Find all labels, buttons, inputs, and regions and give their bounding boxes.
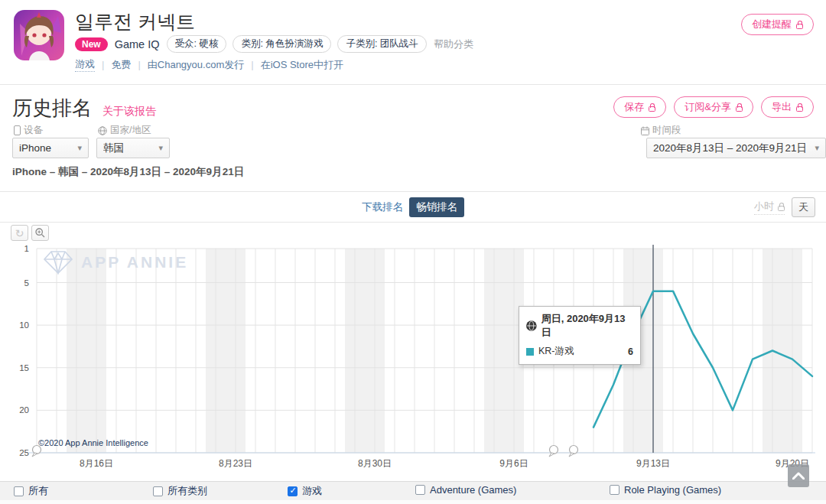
- checkbox-icon[interactable]: [288, 486, 298, 496]
- weekend-band: [67, 249, 106, 453]
- reset-icon: ↺: [15, 228, 24, 239]
- globe-dark-icon: [526, 320, 537, 331]
- create-alert-button[interactable]: 创建提醒: [741, 14, 814, 35]
- checkbox-icon[interactable]: [415, 485, 425, 495]
- series-filter-bar-next-row: [0, 500, 826, 504]
- device-label-text: 设备: [24, 124, 43, 137]
- filter-label: 游戏: [302, 484, 322, 498]
- divider: [0, 84, 826, 85]
- new-badge: New: [75, 37, 108, 51]
- category-pill: 子类别: 团队战斗: [337, 35, 426, 53]
- export-label: 导出: [772, 100, 792, 114]
- subscribe-share-button[interactable]: 订阅&分享: [674, 96, 753, 118]
- page-title: 일루전 커넥트: [75, 9, 195, 34]
- x-axis-tick-label: 8月23日: [219, 458, 252, 469]
- filter-checkbox-5[interactable]: Role Playing (Games): [610, 484, 721, 496]
- app-annie-history-rank-page: 일루전 커넥트 New Game IQ 受众: 硬核类别: 角色扮演游戏子类别:…: [0, 0, 826, 504]
- period-filter-label: 时间段: [641, 124, 681, 137]
- period-dropdown-value: 2020年8月13日 – 2020年9月21日: [653, 141, 808, 155]
- tab-download-rank[interactable]: 下载排名: [362, 200, 403, 214]
- help-classify-link[interactable]: 帮助分类: [434, 37, 473, 51]
- x-axis-tick-label: 8月30日: [358, 458, 392, 469]
- granularity-toggle: 小时 天: [754, 197, 815, 217]
- lock-icon: [736, 106, 743, 112]
- calendar-icon: [641, 126, 649, 135]
- weekend-band: [345, 249, 385, 453]
- tooltip-series-name: KR-游戏: [538, 345, 574, 358]
- y-axis-tick-label: 25: [19, 448, 29, 457]
- x-axis-tick-label: 8月16日: [80, 458, 113, 469]
- app-meta-links: 游戏|免费|由Changyou.com发行|在iOS Store中打开: [75, 57, 343, 72]
- y-axis-tick-label: 1: [24, 244, 29, 253]
- tooltip-series-row: KR-游戏 6: [526, 345, 633, 358]
- country-label-text: 国家/地区: [110, 124, 151, 137]
- lock-icon: [796, 106, 803, 112]
- device-filter-label: 设备: [14, 124, 43, 137]
- meta-link[interactable]: 游戏: [75, 57, 95, 72]
- filter-checkbox-4[interactable]: Adventure (Games): [415, 484, 516, 496]
- report-title: 历史排名: [12, 95, 92, 122]
- lock-icon: [796, 24, 803, 29]
- country-dropdown-value: 韩国: [103, 141, 152, 155]
- game-iq-label: Game IQ: [115, 38, 160, 50]
- rank-history-chart[interactable]: 15101520258月16日8月23日8月30日9月6日9月13日9月20日: [0, 239, 826, 470]
- create-alert-label: 创建提醒: [752, 18, 792, 31]
- device-dropdown[interactable]: iPhone: [12, 138, 89, 158]
- checkbox-icon[interactable]: [610, 485, 620, 495]
- report-actions: 保存 订阅&分享 导出: [613, 96, 814, 118]
- period-label-text: 时间段: [652, 124, 681, 137]
- subscribe-share-label: 订阅&分享: [685, 100, 731, 114]
- globe-icon: [98, 126, 107, 135]
- filter-label: 所有类别: [167, 484, 207, 498]
- app-icon[interactable]: [14, 10, 64, 60]
- export-button[interactable]: 导出: [761, 96, 814, 118]
- meta-link[interactable]: 免费: [111, 58, 131, 72]
- country-filter-label: 国家/地区: [98, 124, 151, 137]
- filter-label: Adventure (Games): [430, 484, 516, 496]
- x-axis-tick-label: 9月13日: [636, 458, 670, 469]
- category-pill: 类别: 角色扮演游戏: [233, 35, 331, 53]
- checkbox-icon[interactable]: [14, 486, 24, 496]
- tab-grossing-rank[interactable]: 畅销排名: [409, 197, 464, 217]
- divider: [0, 222, 826, 223]
- period-dropdown[interactable]: 2020年8月13日 – 2020年9月21日: [646, 138, 826, 158]
- magnifier-icon: [35, 228, 45, 238]
- y-axis-tick-label: 5: [24, 278, 29, 288]
- report-title-row: 历史排名 关于该报告: [12, 95, 156, 122]
- granularity-hour-button[interactable]: 小时: [754, 200, 785, 215]
- scroll-to-top-button[interactable]: [788, 464, 809, 487]
- y-axis-tick-label: 15: [19, 363, 29, 372]
- filter-checkbox-3[interactable]: 游戏: [288, 484, 322, 498]
- weekend-band: [206, 249, 246, 453]
- badge-row: New Game IQ 受众: 硬核类别: 角色扮演游戏子类别: 团队战斗 帮助…: [75, 35, 473, 53]
- lock-icon: [778, 206, 785, 211]
- tooltip-date: 周日, 2020年9月13日: [541, 312, 633, 340]
- y-axis-tick-label: 10: [19, 320, 29, 330]
- annotation-balloon-icon[interactable]: [569, 446, 578, 457]
- copyright-text: ©2020 App Annie Intelligence: [38, 438, 148, 447]
- separator: |: [138, 59, 140, 70]
- meta-link[interactable]: 在iOS Store中打开: [261, 58, 343, 72]
- about-report-link[interactable]: 关于该报告: [102, 105, 156, 119]
- rank-type-tabs: 下载排名 畅销排名: [362, 197, 464, 217]
- weekend-band: [763, 249, 802, 453]
- report-summary: iPhone – 韩国 – 2020年8月13日 – 2020年9月21日: [12, 165, 244, 179]
- device-icon: [14, 125, 21, 135]
- separator: |: [251, 59, 253, 70]
- y-axis-tick-label: 20: [19, 405, 29, 415]
- checkbox-icon[interactable]: [153, 486, 163, 496]
- divider: [0, 191, 826, 192]
- filter-checkbox-2[interactable]: 所有类别: [153, 484, 207, 498]
- country-dropdown[interactable]: 韩国: [96, 138, 170, 158]
- x-axis-tick-label: 9月6日: [499, 458, 528, 469]
- lock-icon: [649, 106, 655, 112]
- granularity-day-button[interactable]: 天: [792, 197, 815, 217]
- category-pills: 受众: 硬核类别: 角色扮演游戏子类别: 团队战斗: [167, 35, 427, 53]
- meta-link[interactable]: 由Changyou.com发行: [148, 58, 244, 72]
- series-swatch: [526, 348, 534, 356]
- tooltip-header: 周日, 2020年9月13日: [526, 312, 633, 340]
- annotation-balloon-icon[interactable]: [549, 446, 558, 457]
- app-icon-art: [14, 10, 64, 60]
- save-button[interactable]: 保存: [613, 96, 666, 118]
- filter-checkbox-1[interactable]: 所有: [14, 484, 48, 498]
